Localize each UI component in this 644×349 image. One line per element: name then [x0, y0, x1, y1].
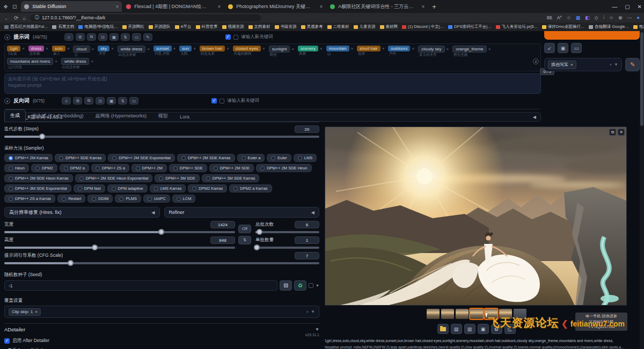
browser-tab[interactable]: A极限社区关键词综合性 - 三万云…× [327, 1, 428, 12]
tag-remove-icon[interactable]: × [226, 46, 229, 51]
sampler-option[interactable]: DPM++ 3M SDE Karras [202, 174, 260, 182]
sampler-option[interactable]: LMS [294, 154, 317, 162]
sampler-option[interactable]: DPM++ 2M Karras [4, 154, 53, 162]
sampler-option[interactable]: Euler [267, 154, 291, 162]
steps-value[interactable]: 20 [295, 125, 319, 133]
negative-collapse-icon[interactable]: ∨ [4, 98, 10, 104]
tab-close-icon[interactable]: × [320, 4, 323, 10]
tab-close-icon[interactable]: × [422, 4, 425, 10]
width-value[interactable]: 1424 [210, 221, 235, 228]
tab-Lora[interactable]: Lora [174, 112, 195, 122]
keyword-checkbox[interactable]: ✓ [225, 34, 231, 40]
sampler-option[interactable]: LMS Karras [150, 184, 186, 192]
tab-search-icon[interactable]: ⊡ [12, 4, 17, 10]
batch-count-value[interactable]: 6 [295, 221, 319, 228]
tag-remove-icon[interactable]: × [382, 46, 385, 51]
negative-toolbar-icon[interactable]: ⇅ [118, 97, 127, 105]
seed-input[interactable]: -1 [4, 280, 277, 291]
sampler-option[interactable]: DPM++ 2M SDE Karras [177, 154, 235, 162]
bookmark-item[interactable]: 自能翻译 Google… [588, 24, 630, 29]
bookmark-item[interactable]: 书籍资源 [274, 24, 298, 29]
sampler-option[interactable]: DPM++ 2M [131, 164, 167, 172]
styles-dropdown[interactable]: 插画写实 × × ▼ [544, 58, 622, 71]
swap-dimensions-button[interactable]: ⇅ [238, 236, 251, 244]
prompt-collapse-icon[interactable]: ∨ [4, 34, 10, 40]
prompt-toolbar-icon[interactable]: ⚙ [76, 33, 85, 41]
tab-超网络 (Hypernetworks)[interactable]: 超网络 (Hypernetworks) [90, 110, 152, 122]
prompt-tag[interactable]: brown hair×棕色头发 [200, 46, 229, 57]
tag-remove-icon[interactable]: × [262, 46, 265, 51]
prompt-tag[interactable]: closed eyes×闭着的眼睛 [233, 46, 265, 57]
override-clear-icon[interactable]: × [306, 309, 309, 314]
styles-dropdown-icon[interactable]: ▼ [614, 62, 618, 67]
tag-remove-icon[interactable]: × [351, 46, 354, 51]
browser-tab[interactable]: Photographers MidJourney 关键…× [225, 1, 326, 12]
prompt-tag[interactable]: solo×单人 [52, 46, 69, 57]
sampler-option[interactable]: DPM++ 2M SDE Exponential [108, 154, 175, 162]
sampler-option[interactable]: DPM++ 2S a Karras [4, 195, 55, 203]
browser-tab[interactable]: Stable Diffusion× [21, 1, 122, 12]
sampler-option[interactable]: DPM++ 2M SDE Heun Exponential [75, 174, 153, 182]
prompt-tag[interactable]: white dress×白色连衣裙 [61, 58, 93, 70]
site-info-icon[interactable]: ⓘ [34, 14, 39, 21]
adetailer-unit-tab[interactable]: 单元 2 [29, 346, 44, 349]
generated-image[interactable]: ⧉✕ [325, 127, 627, 306]
apply-style-button[interactable]: ✎ [625, 58, 640, 71]
bookmark-item[interactable]: A平台 [174, 24, 193, 29]
page-scrollbar[interactable] [640, 31, 644, 349]
browser-toolbar-icon[interactable]: A˟ [557, 15, 562, 20]
clear-prompt-button[interactable]: ▭ [571, 43, 582, 53]
bookmark-item[interactable]: 二维素材 [326, 24, 350, 29]
extra-networks-button[interactable]: ▣ [558, 43, 568, 53]
home-icon[interactable]: ⌂ [23, 15, 26, 21]
adetailer-unit-tab[interactable]: 单元 1 [6, 346, 21, 349]
random-seed-button[interactable]: ⚄ [280, 280, 292, 291]
bookmark-item[interactable]: 电脑视频 [632, 24, 644, 29]
sampler-option[interactable]: UniPC [143, 195, 170, 203]
prompt-tag[interactable]: mountains and rivers×山川河流 [7, 58, 57, 70]
tag-remove-icon[interactable]: × [55, 59, 57, 64]
browser-toolbar-icon[interactable]: ◇ [595, 15, 598, 20]
bookmark-item[interactable]: 科普世界 [195, 24, 219, 29]
adetailer-accordion[interactable]: ADetailer ▼ [4, 323, 319, 332]
sampler-option[interactable]: DPM2 a [60, 164, 89, 172]
prompt-tag[interactable]: outdoors×户外 [388, 46, 414, 57]
seed-dropdown-icon[interactable]: ▼ [316, 284, 319, 287]
negative-toolbar-icon[interactable]: ▭ [129, 97, 138, 105]
sampler-option[interactable]: DPM++ SDE Karras [55, 154, 106, 162]
minimize-button[interactable]: — [612, 4, 617, 10]
tab-生成[interactable]: 生成 [4, 109, 26, 122]
tag-remove-icon[interactable]: × [92, 47, 94, 51]
browser-toolbar-icon[interactable]: ⊕ [618, 15, 623, 20]
style-tag-remove-icon[interactable]: × [570, 62, 573, 67]
sampler-option[interactable]: DPM adaptive [107, 184, 148, 192]
cfg-slider[interactable] [4, 262, 319, 264]
width-slider[interactable] [4, 231, 235, 233]
sampler-option[interactable]: Restart [57, 195, 85, 203]
negative-toolbar-icon[interactable]: ⊡ [96, 97, 105, 105]
seed-extra-checkbox[interactable] [309, 283, 313, 288]
prompt-tag[interactable]: sun×太阳 [179, 46, 196, 57]
close-preview-icon[interactable]: ✕ [618, 129, 625, 136]
negative-toolbar-icon[interactable]: ▣ [107, 97, 116, 105]
tag-remove-icon[interactable]: × [91, 59, 93, 64]
sampler-option[interactable]: Heun [4, 164, 29, 172]
tab-close-icon[interactable]: × [218, 4, 221, 10]
prompt-tag[interactable]: orange_theme×橙色主题 [452, 46, 491, 57]
browser-toolbar-icon[interactable]: ◧ [585, 15, 590, 20]
result-thumbnail[interactable] [441, 309, 454, 319]
tags-collapse-icon[interactable]: ∨ [533, 58, 539, 64]
result-thumbnail[interactable] [427, 309, 440, 319]
tab-嵌入式 (T.I. Embedding)[interactable]: 嵌入式 (T.I. Embedding) [27, 110, 89, 122]
hires-off-button[interactable]: Off [238, 225, 251, 233]
bookmark-item[interactable]: 石墨文档 [51, 24, 75, 29]
batch-size-value[interactable]: 1 [295, 236, 319, 244]
negative-keyword-checkbox[interactable]: ✓ [211, 98, 217, 103]
sampler-option[interactable]: DDIM [87, 195, 113, 203]
browser-toolbar-icon[interactable]: 86 [547, 15, 552, 20]
negative-toolbar-icon[interactable]: ⚙ [73, 97, 82, 105]
sampler-option[interactable]: DPM++ SDE [169, 164, 207, 172]
tag-remove-icon[interactable]: × [447, 47, 449, 51]
prompt-toolbar-icon[interactable]: ✎ [143, 33, 152, 41]
browser-toolbar-icon[interactable]: ⫶ [603, 15, 604, 21]
